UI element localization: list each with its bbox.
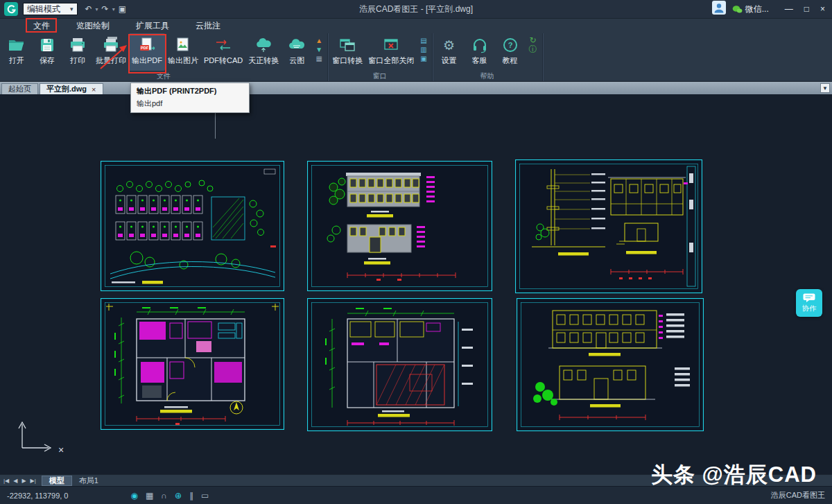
drawing-sheet-site-plan[interactable] [101, 161, 284, 291]
drawing-canvas[interactable]: 协作 × [0, 94, 832, 474]
maximize-button[interactable]: □ [804, 4, 809, 14]
sheet-drawing-svg [515, 159, 702, 293]
headset-icon [470, 36, 489, 54]
save-icon [37, 36, 57, 54]
collaborate-button[interactable]: 协作 [796, 289, 822, 317]
viewport-icon[interactable]: ▭ [201, 491, 209, 501]
doc-tab-start-page[interactable]: 起始页 [1, 83, 38, 94]
drawing-sheet-elevations-a[interactable] [307, 161, 492, 291]
support-button[interactable]: 客服 [465, 33, 495, 71]
drawing-sheet-elevations-b[interactable] [517, 298, 704, 431]
undo-chevron-icon[interactable]: ▾ [96, 6, 98, 12]
drawing-sheet-floor-plan-b[interactable] [307, 298, 492, 431]
sheet-drawing-svg [307, 298, 492, 431]
wechat-label: 微信... [745, 3, 769, 15]
title-bar: 编辑模式 ▾ ↶ ▾ ↷ ▾ ▣ 浩辰CAD看图王 - [平立剖.dwg] 微信… [0, 0, 832, 18]
crosshair-icon[interactable]: ⊕ [175, 491, 182, 501]
group-label-help: 帮助 [434, 71, 541, 81]
window-switch-button[interactable]: 窗口转换 [329, 33, 365, 71]
tab-view-draw[interactable]: 览图绘制 [72, 19, 114, 33]
batch-print-icon [101, 36, 121, 54]
sheet-drawing-svg [101, 298, 284, 430]
tianzheng-convert-icon [254, 36, 273, 54]
info-icon[interactable]: ⓘ [529, 46, 537, 53]
cloud-drawing-button[interactable]: 云图 [281, 33, 312, 71]
export-pdf-button[interactable]: PDF 输出PDF [129, 33, 165, 71]
svg-text:?: ? [508, 41, 512, 49]
cascade-windows-icon[interactable]: ▣ [420, 55, 426, 62]
cloud-drawing-icon [287, 36, 306, 54]
svg-text:PDF: PDF [141, 46, 149, 50]
world-icon[interactable]: ◉ [130, 491, 137, 501]
snap-icon[interactable]: ∩ [161, 491, 167, 501]
print-button[interactable]: 打印 [62, 33, 93, 71]
close-all-windows-button[interactable]: 窗口全部关闭 [365, 33, 417, 71]
sheet-drawing-svg [307, 161, 492, 291]
statusbar-app-name: 浩辰CAD看图王 [771, 490, 825, 501]
wechat-icon [732, 5, 743, 14]
export-image-icon [173, 36, 193, 54]
mini-arrow-up-icon[interactable]: ▲ [315, 37, 322, 44]
quick-tool-icon[interactable]: ▣ [119, 4, 126, 14]
ribbon-tab-bar: 文件 览图绘制 扩展工具 云批注 [0, 18, 832, 33]
document-tab-bar: 起始页 平立剖.dwg × ▼ [0, 82, 832, 94]
close-all-windows-icon [381, 36, 401, 54]
avatar[interactable] [712, 1, 726, 17]
app-window: 编辑模式 ▾ ↶ ▾ ↷ ▾ ▣ 浩辰CAD看图王 - [平立剖.dwg] 微信… [0, 0, 832, 504]
tab-file[interactable]: 文件 [29, 19, 54, 33]
drawing-sheet-floor-plan-a[interactable] [101, 298, 284, 430]
question-icon: ? [501, 36, 520, 54]
app-logo-icon [4, 2, 18, 16]
tab-cloud-annotation[interactable]: 云批注 [191, 19, 225, 33]
redo-icon[interactable]: ↷ [102, 4, 109, 14]
redo-chevron-icon[interactable]: ▾ [112, 6, 115, 12]
open-button[interactable]: 打开 [1, 33, 32, 71]
tianzheng-convert-button[interactable]: 天正转换 [245, 33, 281, 71]
tutorial-button[interactable]: ? 教程 [495, 33, 526, 71]
sheet-drawing-svg [101, 161, 284, 291]
settings-button[interactable]: ⚙ 设置 [434, 33, 465, 71]
doc-tab-current-drawing[interactable]: 平立剖.dwg × [40, 83, 103, 94]
group-label-file: 文件 [1, 71, 326, 81]
save-button[interactable]: 保存 [32, 33, 62, 71]
undo-icon[interactable]: ↶ [85, 4, 92, 14]
doc-tab-list-dropdown[interactable]: ▼ [820, 83, 830, 93]
tooltip-title: 输出PDF (PRINT2PDF) [137, 86, 243, 96]
export-image-button[interactable]: 输出图片 [165, 33, 201, 71]
wechat-login[interactable]: 微信... [732, 3, 769, 15]
tile-vertical-icon[interactable]: ▥ [420, 46, 426, 53]
ribbon-group-file: 打开 保存 打印 批量打印 PDF 输出PDF [0, 33, 328, 81]
drawing-sheet-section-detail[interactable] [515, 159, 702, 293]
minimize-button[interactable]: — [785, 4, 793, 14]
ortho-icon[interactable]: ∥ [189, 491, 193, 501]
last-tab-arrow-icon[interactable]: ▶| [31, 478, 36, 484]
next-tab-arrow-icon[interactable]: ▶ [21, 478, 26, 484]
tab-extended-tools[interactable]: 扩展工具 [132, 19, 173, 33]
mini-grid-icon[interactable]: ▦ [315, 55, 322, 62]
print-icon [68, 36, 87, 54]
pdf-to-cad-button[interactable]: PDF转CAD [201, 33, 245, 71]
gear-icon: ⚙ [440, 36, 459, 54]
doc-tab-close-icon[interactable]: × [92, 85, 96, 94]
sheet-drawing-svg [517, 298, 704, 431]
export-pdf-tooltip: 输出PDF (PRINT2PDF) 输出pdf [130, 82, 250, 113]
ribbon: 打开 保存 打印 批量打印 PDF 输出PDF [0, 33, 832, 82]
ucs-axis-icon: × [8, 417, 75, 460]
layout-tab-model[interactable]: 模型 [42, 476, 72, 486]
grid-icon[interactable]: ▦ [146, 491, 153, 501]
chat-bubble-icon [803, 293, 815, 302]
ribbon-group-help: ⚙ 设置 客服 ? 教程 ↻ ⓘ 帮助 [433, 33, 543, 81]
edit-mode-label: 编辑模式 [27, 3, 60, 15]
tile-horizontal-icon[interactable]: ▤ [420, 37, 426, 44]
export-pdf-icon: PDF [137, 36, 157, 54]
first-tab-arrow-icon[interactable]: |◀ [3, 478, 9, 484]
layout-tab-layout1[interactable]: 布局1 [72, 476, 105, 486]
chevron-down-icon: ▾ [70, 6, 73, 12]
mini-arrow-down-icon[interactable]: ▼ [315, 46, 322, 53]
batch-print-button[interactable]: 批量打印 [93, 33, 129, 71]
prev-tab-arrow-icon[interactable]: ◀ [13, 478, 17, 484]
refresh-icon[interactable]: ↻ [530, 37, 537, 44]
edit-mode-dropdown[interactable]: 编辑模式 ▾ [23, 3, 78, 15]
group-label-window: 窗口 [329, 71, 430, 81]
close-button[interactable]: × [820, 4, 825, 14]
